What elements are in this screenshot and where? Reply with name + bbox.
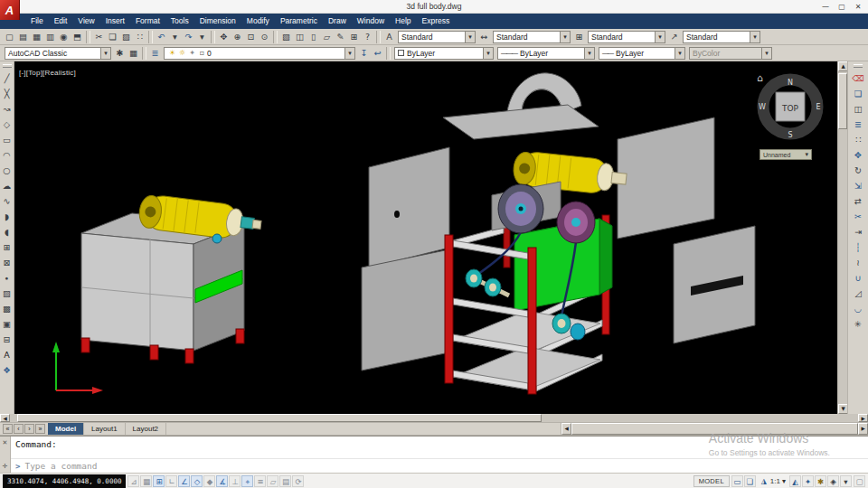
layer-unlock-icon[interactable]: ✦ — [187, 48, 197, 59]
object-snap-tracking-toggle[interactable]: ∡ — [216, 475, 228, 487]
viewcube-face-label[interactable]: TOP — [781, 104, 799, 113]
markup-set-manager-icon[interactable]: ✎ — [334, 30, 347, 43]
toolbar-lock-icon[interactable]: ◈ — [827, 475, 839, 487]
command-customize-icon[interactable]: ✛ — [1, 462, 10, 471]
revision-cloud-icon[interactable]: ☁ — [0, 178, 14, 193]
command-input-hint[interactable]: Type a command — [24, 461, 97, 471]
command-input[interactable]: > Type a command — [11, 458, 868, 473]
viewport-canvas[interactable]: TOP N E S W ⌂ — [14, 61, 837, 414]
menu-item-tools[interactable]: Tools — [165, 14, 194, 29]
workspace-settings-icon[interactable]: ✱ — [113, 46, 127, 60]
tab-layout1[interactable]: Layout1 — [84, 423, 125, 435]
viewcube-west[interactable]: W — [759, 103, 766, 111]
construction-line-icon[interactable]: ╳ — [0, 86, 14, 101]
redo-icon[interactable]: ↷ — [182, 30, 195, 43]
line-icon[interactable]: ╱ — [0, 70, 14, 86]
tab-first-icon[interactable]: « — [3, 424, 13, 434]
scale-icon[interactable]: ⇲ — [852, 178, 865, 193]
join-icon[interactable]: ∪ — [852, 270, 865, 286]
viewcube-north[interactable]: N — [788, 79, 793, 87]
undo-icon[interactable]: ↶ — [155, 30, 168, 43]
pan-icon[interactable]: ✥ — [217, 30, 231, 43]
coordinates-readout[interactable]: 3310.4074, 4406.4948, 0.0000 — [3, 474, 126, 488]
tool-palettes-icon[interactable]: ▯ — [307, 30, 320, 43]
circle-icon[interactable]: ○ — [0, 163, 14, 178]
dynamic-ucs-toggle[interactable]: ⊥ — [229, 475, 241, 487]
gradient-icon[interactable]: ▩ — [0, 301, 14, 316]
vertical-scroll-track[interactable] — [838, 71, 847, 404]
status-menu-icon[interactable]: ▾ — [840, 475, 852, 487]
rotate-icon[interactable]: ↻ — [852, 163, 865, 178]
trim-icon[interactable]: ✂ — [852, 209, 865, 224]
toolbar-grip[interactable] — [854, 64, 863, 68]
break-icon[interactable]: ≀ — [852, 255, 865, 270]
ellipse-icon[interactable]: ◗ — [0, 209, 14, 224]
publish-icon[interactable]: ⬒ — [71, 30, 84, 43]
secondary-scroll-thumb[interactable] — [571, 423, 858, 435]
tab-next-icon[interactable]: › — [24, 424, 34, 434]
viewcube-home-icon[interactable]: ⌂ — [757, 72, 763, 84]
snap-mode-toggle[interactable]: ▦ — [140, 475, 152, 487]
secondary-scrollbar[interactable]: ◀ ▶ — [561, 423, 868, 435]
match-properties-icon[interactable]: ∷ — [133, 30, 146, 43]
window-layout-icon[interactable]: ▦ — [127, 46, 140, 60]
chevron-down-icon[interactable] — [750, 32, 760, 42]
text-style-combo[interactable]: Standard — [398, 31, 476, 43]
autocad-logo-icon[interactable]: A — [0, 0, 20, 20]
plot-preview-icon[interactable]: ◉ — [57, 30, 71, 43]
designcenter-icon[interactable]: ◫ — [293, 30, 307, 43]
toolbar-grip[interactable] — [3, 64, 12, 68]
viewcube[interactable]: TOP N E S W ⌂ — [757, 72, 821, 139]
break-at-point-icon[interactable]: ┆ — [852, 239, 865, 255]
infer-constraints-toggle[interactable]: ⊿ — [127, 475, 139, 487]
horizontal-scroll-thumb[interactable] — [17, 414, 542, 422]
redo-dropdown-icon[interactable]: ▾ — [195, 30, 209, 43]
menu-item-modify[interactable]: Modify — [241, 14, 275, 29]
model-space-button[interactable]: MODEL — [693, 475, 730, 487]
spline-icon[interactable]: ∿ — [0, 193, 14, 209]
hatch-icon[interactable]: ▨ — [0, 286, 14, 301]
point-icon[interactable]: ∙ — [0, 270, 14, 286]
command-panel[interactable]: ✕✛ Command: > Type a command — [0, 436, 868, 473]
open-icon[interactable]: ▤ — [16, 30, 30, 43]
mirror-icon[interactable]: ◫ — [852, 101, 865, 117]
zoom-realtime-icon[interactable]: ⊕ — [231, 30, 244, 43]
scroll-right-icon[interactable]: ▶ — [858, 414, 868, 422]
annotation-scale-button[interactable]: ◮ 1:1 ▾ — [758, 474, 788, 488]
polygon-icon[interactable]: ◇ — [0, 117, 14, 132]
viewport-controls-label[interactable]: [-][Top][Realistic] — [19, 69, 76, 77]
explode-icon[interactable]: ✳ — [852, 316, 865, 332]
zoom-window-icon[interactable]: ⊡ — [244, 30, 258, 43]
table-style-icon[interactable]: ⊞ — [572, 30, 586, 43]
scroll-right-icon[interactable]: ▶ — [858, 423, 868, 435]
ellipse-arc-icon[interactable]: ◖ — [0, 224, 14, 239]
polar-tracking-toggle[interactable]: ∠ — [178, 475, 190, 487]
quick-view-layouts-icon[interactable]: ▭ — [731, 475, 743, 487]
insert-block-icon[interactable]: ⊞ — [0, 239, 14, 255]
menu-item-edit[interactable]: Edit — [49, 14, 73, 29]
tab-model[interactable]: Model — [48, 423, 84, 435]
frame-assembly[interactable] — [445, 182, 612, 394]
chevron-down-icon[interactable] — [344, 48, 354, 59]
horizontal-scrollbar[interactable]: ◀ ▶ — [0, 414, 868, 423]
grid-display-toggle[interactable]: ⊞ — [153, 475, 165, 487]
viewcube-south[interactable]: S — [788, 131, 792, 139]
help-icon[interactable]: ? — [361, 30, 374, 43]
arc-icon[interactable]: ◠ — [0, 147, 14, 163]
undo-dropdown-icon[interactable]: ▾ — [168, 30, 182, 43]
chevron-down-icon[interactable] — [465, 32, 475, 42]
chevron-down-icon[interactable] — [100, 48, 110, 59]
transparency-toggle[interactable]: ▱ — [267, 475, 278, 487]
menu-item-file[interactable]: File — [25, 14, 49, 29]
layer-properties-icon[interactable]: ≣ — [148, 46, 162, 60]
annotation-visibility-icon[interactable]: ◭ — [789, 475, 801, 487]
quick-view-drawings-icon[interactable]: ❏ — [744, 475, 756, 487]
erase-icon[interactable]: ⌫ — [852, 70, 865, 86]
menu-item-help[interactable]: Help — [390, 14, 416, 29]
extend-icon[interactable]: ⇥ — [852, 224, 865, 239]
make-layer-current-icon[interactable]: ↧ — [357, 46, 371, 60]
save-icon[interactable]: ▦ — [30, 30, 43, 43]
menu-item-draw[interactable]: Draw — [323, 14, 352, 29]
command-history[interactable]: Command: > Type a command — [11, 436, 868, 473]
text-style-icon[interactable]: A — [382, 30, 396, 43]
